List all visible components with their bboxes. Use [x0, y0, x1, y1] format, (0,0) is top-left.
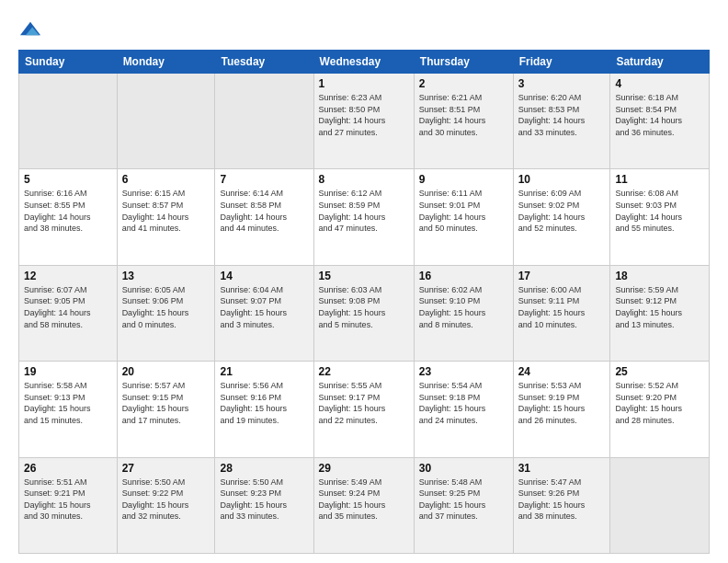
- day-info: Sunrise: 6:03 AM Sunset: 9:08 PM Dayligh…: [319, 284, 409, 330]
- day-number: 9: [419, 173, 508, 186]
- weekday-header-row: SundayMondayTuesdayWednesdayThursdayFrid…: [19, 51, 710, 74]
- calendar-cell: 15Sunrise: 6:03 AM Sunset: 9:08 PM Dayli…: [313, 265, 414, 361]
- day-number: 14: [220, 270, 308, 282]
- calendar-cell: 31Sunrise: 5:47 AM Sunset: 9:26 PM Dayli…: [513, 457, 610, 553]
- day-info: Sunrise: 6:15 AM Sunset: 8:57 PM Dayligh…: [122, 188, 210, 234]
- calendar-cell: [610, 457, 710, 553]
- day-info: Sunrise: 6:08 AM Sunset: 9:03 PM Dayligh…: [615, 188, 704, 234]
- day-info: Sunrise: 6:14 AM Sunset: 8:58 PM Dayligh…: [220, 188, 308, 234]
- calendar-cell: 14Sunrise: 6:04 AM Sunset: 9:07 PM Dayli…: [215, 265, 313, 361]
- day-info: Sunrise: 6:21 AM Sunset: 8:51 PM Dayligh…: [419, 92, 508, 138]
- day-info: Sunrise: 5:55 AM Sunset: 9:17 PM Dayligh…: [319, 380, 409, 426]
- calendar-cell: 8Sunrise: 6:12 AM Sunset: 8:59 PM Daylig…: [313, 169, 414, 265]
- calendar-week-1: 5Sunrise: 6:16 AM Sunset: 8:55 PM Daylig…: [19, 169, 710, 265]
- day-info: Sunrise: 5:58 AM Sunset: 9:13 PM Dayligh…: [24, 380, 112, 426]
- day-number: 28: [220, 462, 308, 475]
- weekday-header-saturday: Saturday: [610, 51, 710, 74]
- calendar-cell: 18Sunrise: 5:59 AM Sunset: 9:12 PM Dayli…: [610, 265, 710, 361]
- day-info: Sunrise: 6:11 AM Sunset: 9:01 PM Dayligh…: [419, 188, 508, 234]
- calendar-cell: [19, 74, 118, 169]
- day-number: 27: [122, 462, 210, 475]
- calendar-cell: 5Sunrise: 6:16 AM Sunset: 8:55 PM Daylig…: [19, 169, 118, 265]
- calendar-cell: 17Sunrise: 6:00 AM Sunset: 9:11 PM Dayli…: [513, 265, 610, 361]
- day-info: Sunrise: 5:53 AM Sunset: 9:19 PM Dayligh…: [518, 380, 606, 426]
- page: SundayMondayTuesdayWednesdayThursdayFrid…: [0, 0, 728, 563]
- calendar-cell: 6Sunrise: 6:15 AM Sunset: 8:57 PM Daylig…: [117, 169, 215, 265]
- day-info: Sunrise: 5:56 AM Sunset: 9:16 PM Dayligh…: [220, 380, 308, 426]
- day-number: 2: [419, 77, 508, 90]
- calendar-cell: 19Sunrise: 5:58 AM Sunset: 9:13 PM Dayli…: [19, 362, 118, 457]
- calendar-cell: 29Sunrise: 5:49 AM Sunset: 9:24 PM Dayli…: [313, 457, 414, 553]
- day-info: Sunrise: 6:07 AM Sunset: 9:05 PM Dayligh…: [24, 284, 112, 330]
- day-info: Sunrise: 5:49 AM Sunset: 9:24 PM Dayligh…: [319, 477, 409, 523]
- calendar-cell: 13Sunrise: 6:05 AM Sunset: 9:06 PM Dayli…: [117, 265, 215, 361]
- day-info: Sunrise: 5:50 AM Sunset: 9:23 PM Dayligh…: [220, 477, 308, 523]
- calendar-cell: [215, 74, 313, 169]
- calendar-cell: 28Sunrise: 5:50 AM Sunset: 9:23 PM Dayli…: [215, 457, 313, 553]
- day-number: 4: [615, 77, 704, 90]
- logo-icon: [20, 18, 40, 39]
- logo: [18, 17, 40, 39]
- day-number: 21: [220, 365, 308, 378]
- calendar-cell: 9Sunrise: 6:11 AM Sunset: 9:01 PM Daylig…: [414, 169, 513, 265]
- calendar-cell: 27Sunrise: 5:50 AM Sunset: 9:22 PM Dayli…: [117, 457, 215, 553]
- day-number: 13: [122, 270, 210, 282]
- day-number: 11: [615, 173, 704, 186]
- day-number: 17: [518, 270, 606, 282]
- calendar-cell: 1Sunrise: 6:23 AM Sunset: 8:50 PM Daylig…: [313, 74, 414, 169]
- day-number: 19: [24, 365, 112, 378]
- day-number: 12: [24, 270, 112, 282]
- day-info: Sunrise: 6:02 AM Sunset: 9:10 PM Dayligh…: [419, 284, 508, 330]
- calendar-cell: 25Sunrise: 5:52 AM Sunset: 9:20 PM Dayli…: [610, 362, 710, 457]
- day-number: 8: [319, 173, 409, 186]
- day-info: Sunrise: 5:59 AM Sunset: 9:12 PM Dayligh…: [615, 284, 704, 330]
- calendar-cell: 4Sunrise: 6:18 AM Sunset: 8:54 PM Daylig…: [610, 74, 710, 169]
- day-info: Sunrise: 5:50 AM Sunset: 9:22 PM Dayligh…: [122, 477, 210, 523]
- day-number: 7: [220, 173, 308, 186]
- day-info: Sunrise: 5:57 AM Sunset: 9:15 PM Dayligh…: [122, 380, 210, 426]
- day-info: Sunrise: 6:09 AM Sunset: 9:02 PM Dayligh…: [518, 188, 606, 234]
- calendar-table: SundayMondayTuesdayWednesdayThursdayFrid…: [18, 50, 710, 554]
- day-info: Sunrise: 6:12 AM Sunset: 8:59 PM Dayligh…: [319, 188, 409, 234]
- day-number: 30: [419, 462, 508, 475]
- calendar-week-2: 12Sunrise: 6:07 AM Sunset: 9:05 PM Dayli…: [19, 265, 710, 361]
- day-info: Sunrise: 6:23 AM Sunset: 8:50 PM Dayligh…: [319, 92, 409, 138]
- weekday-header-tuesday: Tuesday: [215, 51, 313, 74]
- weekday-header-wednesday: Wednesday: [313, 51, 414, 74]
- day-number: 5: [24, 173, 112, 186]
- calendar-cell: 3Sunrise: 6:20 AM Sunset: 8:53 PM Daylig…: [513, 74, 610, 169]
- day-info: Sunrise: 6:18 AM Sunset: 8:54 PM Dayligh…: [615, 92, 704, 138]
- day-info: Sunrise: 5:54 AM Sunset: 9:18 PM Dayligh…: [419, 380, 508, 426]
- day-number: 18: [615, 270, 704, 282]
- weekday-header-thursday: Thursday: [414, 51, 513, 74]
- calendar-cell: 24Sunrise: 5:53 AM Sunset: 9:19 PM Dayli…: [513, 362, 610, 457]
- day-number: 15: [319, 270, 409, 282]
- day-number: 22: [319, 365, 409, 378]
- day-info: Sunrise: 5:47 AM Sunset: 9:26 PM Dayligh…: [518, 477, 606, 523]
- calendar-cell: 22Sunrise: 5:55 AM Sunset: 9:17 PM Dayli…: [313, 362, 414, 457]
- day-info: Sunrise: 6:00 AM Sunset: 9:11 PM Dayligh…: [518, 284, 606, 330]
- calendar-cell: 11Sunrise: 6:08 AM Sunset: 9:03 PM Dayli…: [610, 169, 710, 265]
- calendar-cell: 16Sunrise: 6:02 AM Sunset: 9:10 PM Dayli…: [414, 265, 513, 361]
- weekday-header-sunday: Sunday: [19, 51, 118, 74]
- calendar-cell: 26Sunrise: 5:51 AM Sunset: 9:21 PM Dayli…: [19, 457, 118, 553]
- day-info: Sunrise: 5:48 AM Sunset: 9:25 PM Dayligh…: [419, 477, 508, 523]
- day-number: 25: [615, 365, 704, 378]
- calendar-cell: 12Sunrise: 6:07 AM Sunset: 9:05 PM Dayli…: [19, 265, 118, 361]
- header: [18, 17, 710, 39]
- day-number: 24: [518, 365, 606, 378]
- calendar-cell: [117, 74, 215, 169]
- day-number: 31: [518, 462, 606, 475]
- day-info: Sunrise: 6:05 AM Sunset: 9:06 PM Dayligh…: [122, 284, 210, 330]
- day-info: Sunrise: 5:52 AM Sunset: 9:20 PM Dayligh…: [615, 380, 704, 426]
- day-number: 3: [518, 77, 606, 90]
- calendar-cell: 2Sunrise: 6:21 AM Sunset: 8:51 PM Daylig…: [414, 74, 513, 169]
- weekday-header-monday: Monday: [117, 51, 215, 74]
- day-info: Sunrise: 6:20 AM Sunset: 8:53 PM Dayligh…: [518, 92, 606, 138]
- calendar-cell: 10Sunrise: 6:09 AM Sunset: 9:02 PM Dayli…: [513, 169, 610, 265]
- day-number: 10: [518, 173, 606, 186]
- calendar-week-3: 19Sunrise: 5:58 AM Sunset: 9:13 PM Dayli…: [19, 362, 710, 457]
- calendar-cell: 23Sunrise: 5:54 AM Sunset: 9:18 PM Dayli…: [414, 362, 513, 457]
- day-info: Sunrise: 5:51 AM Sunset: 9:21 PM Dayligh…: [24, 477, 112, 523]
- day-number: 23: [419, 365, 508, 378]
